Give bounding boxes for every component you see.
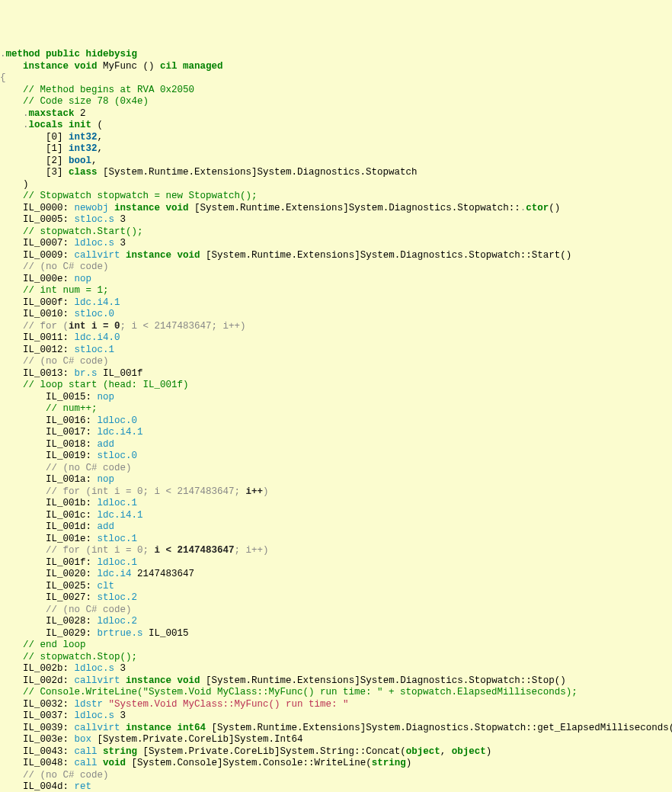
code-token: // for ( xyxy=(23,321,69,332)
code-line: IL_0043: call string [System.Private.Cor… xyxy=(0,746,672,758)
code-token: object xyxy=(406,746,440,757)
code-line: IL_0039: callvirt instance int64 [System… xyxy=(0,723,672,735)
code-token: MyFunc () xyxy=(98,61,161,72)
code-token: maxstack xyxy=(29,108,75,119)
code-token: stloc.1 xyxy=(75,345,115,355)
code-token: cil managed xyxy=(160,61,223,72)
code-token: IL_001a: xyxy=(46,474,98,485)
code-line: ) xyxy=(0,179,672,191)
code-line: .maxstack 2 xyxy=(0,108,672,120)
code-token: call xyxy=(75,758,98,768)
code-token: box xyxy=(75,734,92,745)
code-token: // Method begins at RVA 0x2050 xyxy=(23,85,194,95)
code-token: void xyxy=(103,758,126,768)
code-token: , xyxy=(91,156,98,166)
code-line: IL_003e: box [System.Private.CoreLib]Sys… xyxy=(0,734,672,746)
code-line: IL_0028: ldloc.2 xyxy=(0,616,672,628)
code-line: // (no C# code) xyxy=(0,463,672,475)
code-token: instance void xyxy=(114,203,189,213)
code-line: // Code size 78 (0x4e) xyxy=(0,96,672,108)
code-token: [System.Private.CoreLib]System.String::C… xyxy=(137,746,406,757)
code-token: string xyxy=(103,746,137,757)
code-token: IL_0020: xyxy=(46,569,98,579)
code-line: IL_0012: stloc.1 xyxy=(0,345,672,357)
code-token: 3 xyxy=(114,710,126,721)
code-token: IL_002b: xyxy=(23,663,75,674)
code-token: // (no C# code) xyxy=(46,463,132,473)
code-token xyxy=(120,250,126,261)
code-line: IL_001d: add xyxy=(0,521,672,534)
code-token: int32 xyxy=(69,143,98,154)
code-token: IL_0012: xyxy=(23,345,75,355)
code-token: IL_0015 xyxy=(143,628,189,639)
code-token: // (no C# code) xyxy=(23,770,109,781)
code-line: IL_0013: br.s IL_001f xyxy=(0,368,672,380)
code-token: // num++; xyxy=(46,403,98,414)
code-token: ldc.i4.1 xyxy=(98,510,143,521)
code-token: [2] xyxy=(46,156,69,166)
code-token xyxy=(98,746,104,757)
code-line: // stopwatch.Stop(); xyxy=(0,652,672,664)
code-token: "System.Void MyClass::MyFunc() run time:… xyxy=(109,699,349,710)
code-token: nop xyxy=(98,474,115,485)
code-token: IL_001e: xyxy=(46,534,98,544)
code-token: [System.Runtime.Extensions]System.Diagno… xyxy=(200,250,572,261)
code-token: ) xyxy=(263,486,269,497)
code-token: , xyxy=(98,143,104,154)
code-token: IL_0032: xyxy=(23,699,75,710)
code-token: locals init xyxy=(29,120,92,130)
code-token: stloc.2 xyxy=(98,592,138,603)
code-line: IL_0029: brtrue.s IL_0015 xyxy=(0,628,672,640)
code-token: // stopwatch.Stop(); xyxy=(23,652,137,662)
code-line: IL_004d: ret xyxy=(0,781,672,792)
code-token: ret xyxy=(75,781,92,792)
code-token: instance int64 xyxy=(126,723,206,733)
code-line: IL_001f: ldloc.1 xyxy=(0,557,672,569)
code-line: [2] bool, xyxy=(0,156,672,168)
code-token: ldc.i4.1 xyxy=(75,297,120,308)
code-token: bool xyxy=(69,156,91,166)
code-token: IL_0017: xyxy=(46,427,98,438)
code-token: { xyxy=(0,72,6,83)
code-line: IL_001a: nop xyxy=(0,474,672,486)
code-token: 2147483647 xyxy=(132,569,195,579)
code-token: 3 xyxy=(114,238,126,249)
code-token: IL_0018: xyxy=(46,439,98,450)
code-token: IL_002d: xyxy=(23,675,75,686)
code-token: IL_0019: xyxy=(46,451,98,461)
code-token: IL_0013: xyxy=(23,368,75,379)
code-token: [System.Runtime.Extensions]System.Diagno… xyxy=(189,203,520,213)
code-token: ldloc.s xyxy=(75,710,115,721)
code-token: 2 xyxy=(75,108,86,119)
code-line: // int num = 1; xyxy=(0,285,672,297)
code-token: IL_0028: xyxy=(46,616,98,627)
code-token: IL_0043: xyxy=(23,746,75,757)
code-token: method public hidebysig xyxy=(6,49,138,59)
code-line: // for (int i = 0; i < 2147483647; i++) xyxy=(0,486,672,499)
code-token xyxy=(109,203,115,213)
code-line: IL_000e: nop xyxy=(0,274,672,286)
code-token: i++ xyxy=(246,486,264,497)
code-line: [3] class [System.Runtime.Extensions]Sys… xyxy=(0,167,672,179)
code-token: IL_001d: xyxy=(46,521,98,532)
code-line: IL_0017: ldc.i4.1 xyxy=(0,427,672,439)
code-line: { xyxy=(0,72,672,85)
code-token: clt xyxy=(98,581,115,592)
code-token: IL_003e: xyxy=(23,734,75,745)
code-token: br.s xyxy=(75,368,98,379)
code-token: ldloc.s xyxy=(75,663,115,674)
code-token: IL_001f xyxy=(98,368,143,379)
code-token: IL_000f: xyxy=(23,297,75,308)
code-line: IL_0027: stloc.2 xyxy=(0,592,672,604)
code-line: .method public hidebysig xyxy=(0,49,672,61)
code-line: IL_0032: ldstr "System.Void MyClass::MyF… xyxy=(0,699,672,711)
code-line: IL_001b: ldloc.1 xyxy=(0,498,672,510)
code-token: // loop start (head: IL_001f) xyxy=(23,380,189,390)
code-token: 3 xyxy=(114,214,126,225)
code-token: ldloc.1 xyxy=(98,557,138,568)
code-line: // num++; xyxy=(0,403,672,415)
code-line: IL_0018: add xyxy=(0,439,672,451)
code-token: i < 2147483647 xyxy=(155,545,235,556)
code-token: [System.Runtime.Extensions]System.Diagno… xyxy=(206,723,672,733)
code-token: ldc.i4.0 xyxy=(75,332,120,343)
